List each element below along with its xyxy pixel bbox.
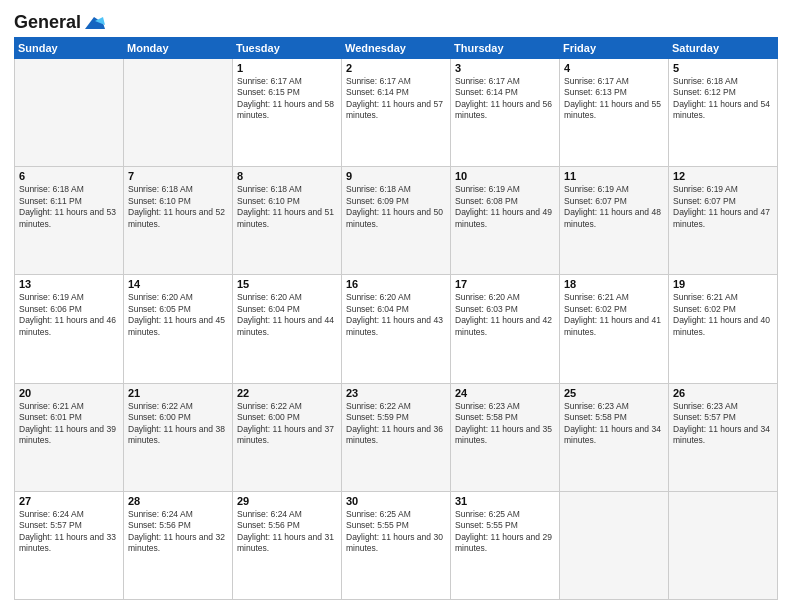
calendar-cell: 23Sunrise: 6:22 AM Sunset: 5:59 PM Dayli… [342,383,451,491]
calendar-cell: 4Sunrise: 6:17 AM Sunset: 6:13 PM Daylig… [560,59,669,167]
day-info: Sunrise: 6:18 AM Sunset: 6:12 PM Dayligh… [673,76,773,122]
day-info: Sunrise: 6:20 AM Sunset: 6:03 PM Dayligh… [455,292,555,338]
calendar-week-row: 27Sunrise: 6:24 AM Sunset: 5:57 PM Dayli… [15,491,778,599]
day-number: 16 [346,278,446,290]
calendar-cell: 21Sunrise: 6:22 AM Sunset: 6:00 PM Dayli… [124,383,233,491]
day-number: 9 [346,170,446,182]
page: General SundayMondayTuesdayWednesdayThur… [0,0,792,612]
day-number: 25 [564,387,664,399]
calendar-week-row: 6Sunrise: 6:18 AM Sunset: 6:11 PM Daylig… [15,167,778,275]
day-info: Sunrise: 6:17 AM Sunset: 6:15 PM Dayligh… [237,76,337,122]
day-number: 8 [237,170,337,182]
calendar-cell: 13Sunrise: 6:19 AM Sunset: 6:06 PM Dayli… [15,275,124,383]
day-info: Sunrise: 6:21 AM Sunset: 6:02 PM Dayligh… [564,292,664,338]
day-info: Sunrise: 6:20 AM Sunset: 6:04 PM Dayligh… [346,292,446,338]
day-number: 20 [19,387,119,399]
day-info: Sunrise: 6:22 AM Sunset: 5:59 PM Dayligh… [346,401,446,447]
calendar-cell: 30Sunrise: 6:25 AM Sunset: 5:55 PM Dayli… [342,491,451,599]
day-number: 11 [564,170,664,182]
calendar-cell [124,59,233,167]
day-info: Sunrise: 6:21 AM Sunset: 6:01 PM Dayligh… [19,401,119,447]
calendar-day-header: Saturday [669,38,778,59]
day-info: Sunrise: 6:24 AM Sunset: 5:56 PM Dayligh… [237,509,337,555]
calendar-week-row: 20Sunrise: 6:21 AM Sunset: 6:01 PM Dayli… [15,383,778,491]
calendar-cell [560,491,669,599]
calendar-cell: 29Sunrise: 6:24 AM Sunset: 5:56 PM Dayli… [233,491,342,599]
day-info: Sunrise: 6:19 AM Sunset: 6:07 PM Dayligh… [673,184,773,230]
day-number: 30 [346,495,446,507]
calendar-cell: 14Sunrise: 6:20 AM Sunset: 6:05 PM Dayli… [124,275,233,383]
day-info: Sunrise: 6:23 AM Sunset: 5:58 PM Dayligh… [564,401,664,447]
day-info: Sunrise: 6:18 AM Sunset: 6:11 PM Dayligh… [19,184,119,230]
calendar-day-header: Thursday [451,38,560,59]
calendar-cell: 10Sunrise: 6:19 AM Sunset: 6:08 PM Dayli… [451,167,560,275]
day-number: 5 [673,62,773,74]
day-number: 1 [237,62,337,74]
day-number: 31 [455,495,555,507]
calendar-table: SundayMondayTuesdayWednesdayThursdayFrid… [14,37,778,600]
calendar-cell: 11Sunrise: 6:19 AM Sunset: 6:07 PM Dayli… [560,167,669,275]
day-number: 17 [455,278,555,290]
day-info: Sunrise: 6:18 AM Sunset: 6:10 PM Dayligh… [237,184,337,230]
day-number: 10 [455,170,555,182]
calendar-cell: 19Sunrise: 6:21 AM Sunset: 6:02 PM Dayli… [669,275,778,383]
day-info: Sunrise: 6:25 AM Sunset: 5:55 PM Dayligh… [455,509,555,555]
day-number: 26 [673,387,773,399]
day-info: Sunrise: 6:22 AM Sunset: 6:00 PM Dayligh… [237,401,337,447]
calendar-header-row: SundayMondayTuesdayWednesdayThursdayFrid… [15,38,778,59]
calendar-cell: 3Sunrise: 6:17 AM Sunset: 6:14 PM Daylig… [451,59,560,167]
calendar-cell: 7Sunrise: 6:18 AM Sunset: 6:10 PM Daylig… [124,167,233,275]
calendar-day-header: Friday [560,38,669,59]
calendar-cell: 18Sunrise: 6:21 AM Sunset: 6:02 PM Dayli… [560,275,669,383]
calendar-day-header: Tuesday [233,38,342,59]
day-number: 14 [128,278,228,290]
calendar-cell: 22Sunrise: 6:22 AM Sunset: 6:00 PM Dayli… [233,383,342,491]
day-info: Sunrise: 6:17 AM Sunset: 6:14 PM Dayligh… [346,76,446,122]
calendar-cell: 17Sunrise: 6:20 AM Sunset: 6:03 PM Dayli… [451,275,560,383]
day-number: 29 [237,495,337,507]
day-info: Sunrise: 6:18 AM Sunset: 6:09 PM Dayligh… [346,184,446,230]
day-info: Sunrise: 6:25 AM Sunset: 5:55 PM Dayligh… [346,509,446,555]
day-number: 24 [455,387,555,399]
day-number: 18 [564,278,664,290]
day-number: 23 [346,387,446,399]
calendar-cell [15,59,124,167]
calendar-week-row: 1Sunrise: 6:17 AM Sunset: 6:15 PM Daylig… [15,59,778,167]
calendar-cell: 25Sunrise: 6:23 AM Sunset: 5:58 PM Dayli… [560,383,669,491]
day-number: 13 [19,278,119,290]
day-number: 12 [673,170,773,182]
day-info: Sunrise: 6:18 AM Sunset: 6:10 PM Dayligh… [128,184,228,230]
calendar-cell: 16Sunrise: 6:20 AM Sunset: 6:04 PM Dayli… [342,275,451,383]
calendar-cell: 31Sunrise: 6:25 AM Sunset: 5:55 PM Dayli… [451,491,560,599]
calendar-day-header: Sunday [15,38,124,59]
day-number: 28 [128,495,228,507]
day-info: Sunrise: 6:19 AM Sunset: 6:07 PM Dayligh… [564,184,664,230]
logo-icon [83,15,105,31]
logo: General [14,12,105,29]
header: General [14,12,778,29]
calendar-cell: 8Sunrise: 6:18 AM Sunset: 6:10 PM Daylig… [233,167,342,275]
day-number: 3 [455,62,555,74]
day-info: Sunrise: 6:24 AM Sunset: 5:57 PM Dayligh… [19,509,119,555]
calendar-cell: 2Sunrise: 6:17 AM Sunset: 6:14 PM Daylig… [342,59,451,167]
day-info: Sunrise: 6:21 AM Sunset: 6:02 PM Dayligh… [673,292,773,338]
calendar-cell: 26Sunrise: 6:23 AM Sunset: 5:57 PM Dayli… [669,383,778,491]
calendar-cell: 15Sunrise: 6:20 AM Sunset: 6:04 PM Dayli… [233,275,342,383]
calendar-day-header: Wednesday [342,38,451,59]
logo-text-general: General [14,12,81,33]
calendar-cell: 20Sunrise: 6:21 AM Sunset: 6:01 PM Dayli… [15,383,124,491]
calendar-cell: 6Sunrise: 6:18 AM Sunset: 6:11 PM Daylig… [15,167,124,275]
day-info: Sunrise: 6:17 AM Sunset: 6:14 PM Dayligh… [455,76,555,122]
day-number: 7 [128,170,228,182]
day-info: Sunrise: 6:23 AM Sunset: 5:57 PM Dayligh… [673,401,773,447]
calendar-cell: 28Sunrise: 6:24 AM Sunset: 5:56 PM Dayli… [124,491,233,599]
day-number: 21 [128,387,228,399]
day-number: 27 [19,495,119,507]
day-number: 2 [346,62,446,74]
calendar-cell [669,491,778,599]
calendar-cell: 5Sunrise: 6:18 AM Sunset: 6:12 PM Daylig… [669,59,778,167]
day-info: Sunrise: 6:19 AM Sunset: 6:06 PM Dayligh… [19,292,119,338]
day-info: Sunrise: 6:23 AM Sunset: 5:58 PM Dayligh… [455,401,555,447]
day-info: Sunrise: 6:17 AM Sunset: 6:13 PM Dayligh… [564,76,664,122]
day-number: 4 [564,62,664,74]
